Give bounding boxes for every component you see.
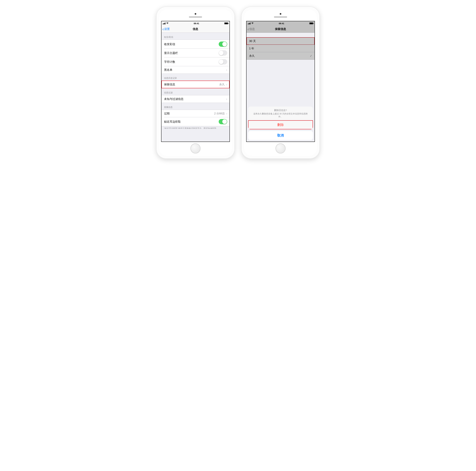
row-mms[interactable]: 收发彩信 (161, 40, 229, 49)
option-label: 永久 (249, 54, 255, 58)
row-subject[interactable]: 显示主题栏 (161, 49, 229, 57)
battery-icon (224, 22, 228, 24)
home-button[interactable] (275, 143, 286, 154)
wifi-icon (166, 22, 169, 25)
phone-hardware-top (244, 13, 317, 18)
status-time: 09:41 (279, 22, 284, 25)
status-bar: 09:41 (161, 21, 229, 26)
row-label: 保留信息 (164, 82, 175, 86)
switch-mms[interactable] (219, 42, 227, 47)
row-unknown-filter[interactable]: 未知与过滤信息 › (161, 95, 229, 103)
row-expire[interactable]: 过期 2 分钟后 › (161, 110, 229, 117)
group-header-history: 信息历史记录 (161, 74, 229, 81)
battery-icon (309, 22, 313, 24)
phone-frame-left: 09:41 ‹ 设置 信息 短信/彩信 收发彩信 显示主题栏 (156, 7, 235, 159)
status-bar: 09:41 (247, 21, 315, 26)
action-sheet: 删除旧信息? 这将永久删除您设备上超过 30 天的全部文本信息和信息附件。 删除… (248, 107, 313, 140)
row-label: 过期 (164, 112, 170, 115)
nav-bar: ‹ 信息 保留信息 (247, 26, 315, 33)
chevron-right-icon: › (226, 97, 227, 101)
row-label: 贴近耳边听取 (164, 120, 181, 124)
option-label: 30 天 (249, 39, 256, 43)
home-button[interactable] (190, 143, 201, 154)
option-1-year[interactable]: 1 年 (247, 45, 315, 52)
nav-bar: ‹ 设置 信息 (161, 26, 229, 33)
sheet-message: 这将永久删除您设备上超过 30 天的全部文本信息和信息附件。 (253, 113, 308, 118)
chevron-left-icon: ‹ (248, 27, 249, 31)
checkmark-icon: ✓ (310, 54, 312, 58)
chevron-right-icon: › (226, 68, 227, 72)
screen-keep-messages: 09:41 ‹ 信息 保留信息 30 天 1 年 (246, 21, 315, 142)
row-value: 2 分钟后 (214, 112, 225, 115)
chevron-right-icon: › (226, 112, 227, 115)
chevron-left-icon: ‹ (162, 27, 164, 31)
row-keep-messages[interactable]: 保留信息 永久 › (161, 81, 229, 88)
switch-raise[interactable] (219, 119, 227, 124)
option-30-days[interactable]: 30 天 (247, 37, 315, 45)
back-button[interactable]: ‹ 信息 (247, 27, 255, 31)
row-label: 字符计数 (164, 60, 175, 64)
group-header-sms: 短信/彩信 (161, 33, 229, 40)
group-header-filter: 信息过滤 (161, 88, 229, 95)
back-label: 设置 (164, 27, 170, 31)
nav-title: 保留信息 (247, 27, 315, 31)
phone-hardware-top (159, 13, 232, 18)
nav-title: 信息 (161, 27, 229, 31)
chevron-right-icon: › (226, 82, 227, 86)
row-charcount[interactable]: 字符计数 (161, 57, 229, 66)
sheet-title: 删除旧信息? (251, 109, 310, 112)
row-value: 永久 (219, 82, 225, 86)
status-time: 09:41 (194, 22, 199, 25)
row-label: 黑名单 (164, 68, 172, 72)
sheet-cancel-button[interactable]: 取消 (248, 131, 313, 140)
row-label: 收发彩信 (164, 42, 175, 46)
row-blacklist[interactable]: 黑名单 › (161, 66, 229, 74)
cellular-signal-icon (163, 23, 166, 24)
group-header-audio: 音频信息 (161, 103, 229, 110)
sheet-delete-button[interactable]: 删除 (248, 120, 313, 129)
back-button[interactable]: ‹ 设置 (161, 27, 170, 31)
screen-messages-settings: 09:41 ‹ 设置 信息 短信/彩信 收发彩信 显示主题栏 (161, 21, 230, 142)
settings-content[interactable]: 短信/彩信 收发彩信 显示主题栏 字符计数 黑名单 › 信息历史记录 (161, 33, 229, 142)
row-label: 未知与过滤信息 (164, 97, 184, 101)
sheet-header: 删除旧信息? 这将永久删除您设备上超过 30 天的全部文本信息和信息附件。 (248, 107, 313, 120)
footer-note: “贴近耳边听取”使您只需将电话举至耳边，即可快速听取 (161, 126, 229, 129)
switch-subject[interactable] (219, 50, 227, 56)
option-forever[interactable]: 永久 ✓ (247, 52, 315, 60)
phone-frame-right: 09:41 ‹ 信息 保留信息 30 天 1 年 (241, 7, 320, 159)
row-label: 显示主题栏 (164, 51, 178, 55)
option-label: 1 年 (249, 47, 254, 50)
cellular-signal-icon (248, 23, 251, 24)
back-label: 信息 (249, 27, 255, 31)
switch-charcount[interactable] (219, 59, 227, 65)
wifi-icon (251, 22, 254, 25)
row-raise-to-listen[interactable]: 贴近耳边听取 (161, 117, 229, 126)
